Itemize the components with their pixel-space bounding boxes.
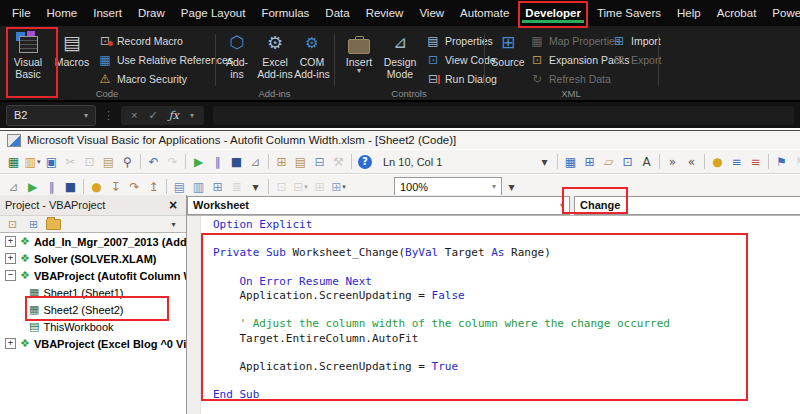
toolbar-overflow-icon[interactable]: ▾ xyxy=(503,178,520,195)
center-icon: ⊟▾ xyxy=(292,178,309,195)
close-icon[interactable]: × xyxy=(165,197,181,213)
ribbon-tab-time-savers[interactable]: Time Savers xyxy=(592,0,666,26)
project-tree-item[interactable]: ▦Sheet2 (Sheet2) xyxy=(0,301,186,318)
step-out-icon[interactable]: ↥ xyxy=(145,178,162,195)
object-dropdown[interactable]: Worksheet ▾ xyxy=(187,196,570,215)
view-code-icon[interactable]: ⊡ xyxy=(5,217,20,232)
comment-block-icon[interactable]: ≡ xyxy=(728,153,745,170)
chevron-down-icon: ▾ xyxy=(190,111,194,120)
code-line: Private Sub Worksheet_Change(ByVal Targe… xyxy=(213,246,800,260)
ribbon-tab-page-layout[interactable]: Page Layout xyxy=(176,0,251,26)
ribbon-tab-draw[interactable]: Draw xyxy=(133,0,170,26)
insert-control-button[interactable]: Insert ▾ xyxy=(341,30,377,88)
watch-window-icon[interactable]: ⊞ xyxy=(209,178,226,195)
find-icon[interactable]: ⚲ xyxy=(119,153,136,170)
name-box[interactable]: B2 ▾ xyxy=(6,105,96,126)
save-icon[interactable]: ▣ xyxy=(43,153,60,170)
project-tree-item[interactable]: +❖VBAProject (Excel Blog ^0 Video T xyxy=(0,335,186,352)
project-tree-item[interactable]: +❖Add_In_Mgr_2007_2013 (Add-In M xyxy=(0,233,186,250)
step-over-icon[interactable]: ↷ xyxy=(126,178,143,195)
complete-word-icon[interactable]: A xyxy=(638,153,655,170)
project-tree-item[interactable]: ▤ThisWorkbook xyxy=(0,318,186,335)
toolbar-overflow-icon[interactable]: ▾ xyxy=(536,153,553,170)
break-icon[interactable]: ∥ xyxy=(209,153,226,170)
break-icon[interactable]: ∥ xyxy=(43,178,60,195)
ribbon-tab-insert[interactable]: Insert xyxy=(88,0,127,26)
enter-icon[interactable]: ✓ xyxy=(148,109,157,122)
cancel-icon[interactable]: × xyxy=(131,109,137,121)
excel-add-ins-button[interactable]: ⚙ Excel Add-ins xyxy=(256,30,294,88)
insert-userform-icon[interactable]: ▥▾ xyxy=(24,153,41,170)
view-object-icon[interactable]: ⊞ xyxy=(26,217,41,232)
project-tree-item[interactable]: +❖Solver (SOLVER.XLAM) xyxy=(0,250,186,267)
ribbon-tab-home[interactable]: Home xyxy=(42,0,83,26)
list-constants-icon[interactable]: ⊞ xyxy=(581,153,598,170)
uncomment-block-icon[interactable]: ≡ xyxy=(747,153,764,170)
source-button[interactable]: ⊞ Source xyxy=(490,30,526,88)
indent-icon[interactable]: » xyxy=(664,153,681,170)
toggle-breakpoint-icon[interactable]: ● xyxy=(709,153,726,170)
code-area[interactable]: Option Explicit Private Sub Worksheet_Ch… xyxy=(187,216,800,414)
event-dropdown[interactable]: Change xyxy=(574,196,800,215)
run-icon[interactable]: ▶ xyxy=(190,153,207,170)
record-macro-button[interactable]: ⊡ Record Macro xyxy=(97,31,233,50)
design-mode-icon[interactable]: ⊿ xyxy=(5,178,22,195)
expand-plus-icon[interactable]: + xyxy=(5,236,16,247)
macros-button[interactable]: ▤ Macros xyxy=(52,30,92,88)
ribbon-tab-automate[interactable]: Automate xyxy=(455,0,514,26)
reset-icon[interactable]: ■ xyxy=(62,178,79,195)
step-into-icon[interactable]: ↧ xyxy=(107,178,124,195)
design-mode-button[interactable]: ⊿ Design Mode xyxy=(379,30,421,88)
ribbon-tab-view[interactable]: View xyxy=(414,0,449,26)
object-dropdown-value: Worksheet xyxy=(193,199,249,211)
expand-plus-icon[interactable]: + xyxy=(5,253,16,264)
ribbon-tab-acrobat[interactable]: Acrobat xyxy=(712,0,762,26)
locals-window-icon[interactable]: ▤ xyxy=(171,178,188,195)
macro-security-button[interactable]: ⚠ Macro Security xyxy=(97,69,233,88)
ribbon-tab-power-pivot[interactable]: Power Pivot xyxy=(767,0,800,26)
ribbon-tab-formulas[interactable]: Formulas xyxy=(256,0,314,26)
com-add-ins-button[interactable]: ⚙ COM Add-ins xyxy=(294,30,330,88)
chevron-down-icon: ▾ xyxy=(37,158,41,166)
toggle-breakpoint-icon[interactable]: ● xyxy=(88,178,105,195)
object-browser-icon[interactable]: ⊟ xyxy=(311,153,328,170)
ribbon-tab-help[interactable]: Help xyxy=(672,0,706,26)
collapse-minus-icon[interactable]: − xyxy=(5,270,16,281)
zoom-select[interactable]: 100% ▾ xyxy=(394,177,502,196)
ribbon-tab-data[interactable]: Data xyxy=(320,0,354,26)
visual-basic-button[interactable]: Visual Basic xyxy=(6,30,50,88)
outdent-icon[interactable]: « xyxy=(683,153,700,170)
ribbon-tab-file[interactable]: File xyxy=(7,0,36,26)
export-button: ⊞ Export xyxy=(611,50,661,69)
import-button[interactable]: ⊞ Import xyxy=(611,31,661,50)
toggle-folders-icon[interactable] xyxy=(46,219,61,230)
view-excel-icon[interactable]: ▦ xyxy=(5,153,22,170)
insert-function-icon[interactable]: ƒx xyxy=(169,109,179,122)
ribbon-tab-developer[interactable]: Developer xyxy=(520,0,586,26)
undo-icon[interactable]: ↶ xyxy=(145,153,162,170)
design-mode-icon[interactable]: ⊿ xyxy=(247,153,264,170)
zoom-icon[interactable]: ⊞▾ xyxy=(330,178,347,195)
use-relative-references-button[interactable]: ▦ Use Relative References xyxy=(97,50,233,69)
parameter-info-icon[interactable]: ⊡ xyxy=(619,153,636,170)
quick-info-icon[interactable]: ▱ xyxy=(600,153,617,170)
project-tree-item[interactable]: −❖VBAProject (Autofit Column Width.: xyxy=(0,267,186,284)
expand-plus-icon[interactable]: + xyxy=(5,338,16,349)
project-explorer-icon[interactable]: ⊞ xyxy=(273,153,290,170)
ribbon-tab-review[interactable]: Review xyxy=(361,0,409,26)
help-icon[interactable]: ? xyxy=(358,155,372,169)
add-ins-button[interactable]: ⬡ Add-ins xyxy=(220,30,254,88)
code-line: Target.EntireColumn.AutoFit xyxy=(213,332,800,346)
properties-window-icon[interactable]: ▤ xyxy=(292,153,309,170)
code-text[interactable]: Option Explicit Private Sub Worksheet_Ch… xyxy=(200,216,800,414)
list-properties-icon[interactable]: ▦ xyxy=(562,153,579,170)
immediate-window-icon[interactable]: ▥ xyxy=(190,178,207,195)
paste-icon[interactable]: ▤ xyxy=(100,153,117,170)
toggle-bookmark-icon[interactable]: ⚑ xyxy=(773,153,790,170)
project-tree-item[interactable]: ▦Sheet1 (Sheet1) xyxy=(0,284,186,301)
toolbar-overflow-icon[interactable]: ▾ xyxy=(247,178,264,195)
panel-overflow-icon[interactable]: ▾ xyxy=(166,217,181,232)
formula-input[interactable] xyxy=(213,106,794,125)
reset-icon[interactable]: ■ xyxy=(228,153,245,170)
run-icon[interactable]: ▶ xyxy=(24,178,41,195)
